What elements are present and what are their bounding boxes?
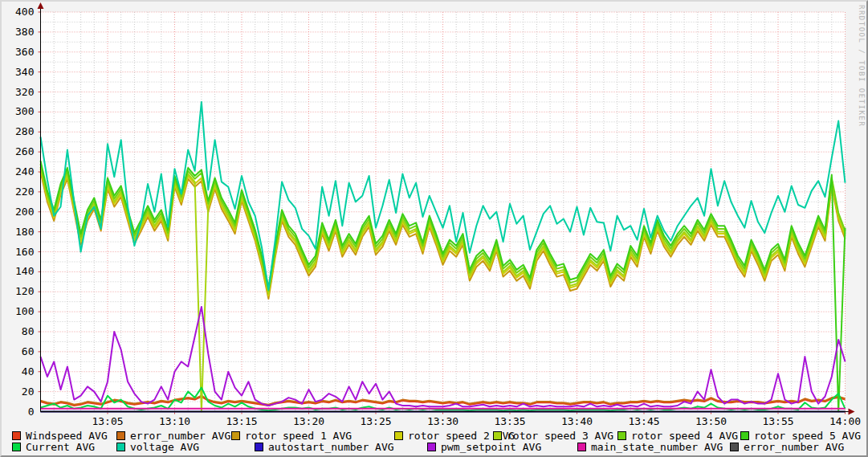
y-axis-label: 280 <box>15 125 34 137</box>
y-axis-label: 200 <box>15 206 34 218</box>
legend-label: Windspeed AVG <box>26 430 108 442</box>
legend-swatch-icon <box>740 431 749 440</box>
y-axis-label: 360 <box>15 46 34 58</box>
legend-item-autostart-number-avg: autostart_number AVG <box>255 442 394 453</box>
legend-swatch-icon <box>427 443 436 451</box>
x-axis-label: 14:00 <box>829 415 861 427</box>
y-axis-arrow-icon <box>38 2 44 9</box>
x-axis-arrow-icon <box>849 409 855 415</box>
y-axis-label: 120 <box>15 285 34 297</box>
y-axis-label: 100 <box>15 305 34 317</box>
x-axis-label: 13:15 <box>226 415 257 427</box>
legend-item-error-number-avg: error_number AVG <box>116 430 230 442</box>
legend-label: rotor speed 3 AVG <box>507 430 613 442</box>
legend-label: main_state_number AVG <box>591 441 723 453</box>
legend-item-rotor-speed-4-avg: rotor speed 4 AVG <box>617 430 738 442</box>
x-axis-label: 13:25 <box>360 415 391 427</box>
chart-legend: Windspeed AVGerror_number AVGrotor speed… <box>2 428 866 454</box>
x-axis-label: 13:10 <box>159 415 190 427</box>
x-axis-label: 13:40 <box>561 415 593 427</box>
x-axis-label: 13:55 <box>762 415 793 427</box>
legend-item-current-avg: Current AVG <box>12 442 95 453</box>
legend-item-voltage-avg: voltage AVG <box>116 442 199 453</box>
chart-plot-area: 0204060801001201401601802002202402602803… <box>0 0 868 457</box>
y-axis-label: 60 <box>22 345 35 357</box>
legend-label: rotor speed 4 AVG <box>631 430 738 442</box>
legend-label: Current AVG <box>26 441 95 453</box>
y-axis-label: 380 <box>15 26 34 38</box>
legend-label: rotor speed 5 AVG <box>754 430 861 442</box>
legend-swatch-icon <box>730 443 739 451</box>
legend-swatch-icon <box>493 431 502 440</box>
y-axis-label: 80 <box>22 325 35 337</box>
legend-item-rotor-speed-3-avg: rotor speed 3 AVG <box>493 430 613 442</box>
legend-item-main-state-number-avg: main_state_number AVG <box>577 442 723 453</box>
y-axis-label: 160 <box>15 246 34 258</box>
legend-swatch-icon <box>116 443 125 451</box>
legend-item-rotor-speed-5-avg: rotor speed 5 AVG <box>740 430 861 442</box>
y-axis-label: 220 <box>15 186 34 198</box>
legend-label: error_number AVG <box>744 441 844 453</box>
legend-label: error_number AVG <box>130 430 230 442</box>
rrdtool-graph: 0204060801001201401601802002202402602803… <box>0 0 868 457</box>
y-axis-label: 320 <box>15 86 34 98</box>
y-axis-label: 300 <box>15 105 34 117</box>
y-axis-label: 340 <box>15 66 34 78</box>
y-axis-label: 180 <box>15 226 34 238</box>
legend-item-error-number-avg: error_number AVG <box>730 442 844 453</box>
legend-swatch-icon <box>231 431 240 440</box>
x-axis-label: 13:05 <box>92 415 123 427</box>
legend-swatch-icon <box>255 443 263 451</box>
legend-item-rotor-speed-1-avg: rotor speed 1 AVG <box>231 430 352 442</box>
legend-swatch-icon <box>577 443 586 451</box>
legend-swatch-icon <box>12 431 21 440</box>
x-axis-label: 13:30 <box>427 415 458 427</box>
y-axis-label: 400 <box>15 6 34 18</box>
y-axis-label: 0 <box>28 406 35 418</box>
y-axis-label: 20 <box>22 386 35 398</box>
legend-label: pwm_setpoint AVG <box>441 441 541 453</box>
y-axis-label: 40 <box>22 365 35 377</box>
legend-label: voltage AVG <box>130 441 199 453</box>
legend-label: rotor speed 1 AVG <box>245 430 352 442</box>
legend-swatch-icon <box>12 443 21 451</box>
y-axis-label: 140 <box>15 265 34 277</box>
rrdtool-watermark: RRDTOOL / TOBI OETIKER <box>858 5 866 127</box>
y-axis-label: 260 <box>15 145 34 157</box>
x-axis-label: 13:35 <box>494 415 525 427</box>
x-axis-label: 13:50 <box>695 415 727 427</box>
x-axis-label: 13:20 <box>293 415 324 427</box>
y-axis-label: 240 <box>15 165 34 177</box>
legend-item-pwm-setpoint-avg: pwm_setpoint AVG <box>427 442 541 453</box>
legend-item-windspeed-avg: Windspeed AVG <box>12 430 108 442</box>
x-axis-label: 13:45 <box>628 415 659 427</box>
legend-swatch-icon <box>116 431 125 440</box>
legend-swatch-icon <box>394 431 403 440</box>
legend-swatch-icon <box>617 431 626 440</box>
legend-label: autostart_number AVG <box>268 441 394 453</box>
